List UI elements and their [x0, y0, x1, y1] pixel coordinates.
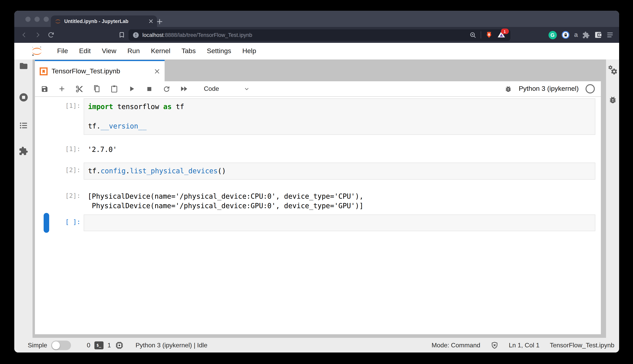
add-cell-icon[interactable]: [58, 85, 66, 93]
terminals-count[interactable]: 0: [87, 342, 90, 349]
kernel-status-icon[interactable]: [585, 84, 595, 94]
save-icon[interactable]: [40, 85, 48, 93]
cursor-position[interactable]: Ln 1, Col 1: [509, 342, 540, 349]
reload-icon[interactable]: [47, 30, 56, 39]
extension-manager-icon[interactable]: [14, 146, 32, 156]
url-host: localhost: [142, 32, 164, 38]
url-text[interactable]: localhost:8888/lab/tree/TensorFlow_Test.…: [142, 32, 252, 38]
notebook-tab-title: TensorFlow_Test.ipynb: [52, 67, 150, 75]
menu-item-settings[interactable]: Settings: [201, 47, 237, 55]
cell-editor[interactable]: [84, 214, 595, 231]
minimize-window-button[interactable]: [34, 17, 40, 22]
screen: Untitled.ipynb - JupyterLab localhost:88…: [0, 0, 633, 364]
chevron-down-icon: [244, 86, 250, 92]
grammarly-extension-icon[interactable]: G: [548, 31, 557, 39]
paste-cells-icon[interactable]: [110, 85, 118, 93]
brave-rewards-icon[interactable]: 1: [497, 30, 506, 39]
code-cell: [ ]:: [35, 214, 601, 231]
menubar-items: FileEditViewRunKernelTabsSettingsHelp: [52, 47, 262, 55]
bookmark-icon[interactable]: [118, 31, 125, 38]
browser-window: Untitled.ipynb - JupyterLab localhost:88…: [14, 11, 619, 352]
command-mode-indicator[interactable]: Mode: Command: [432, 342, 480, 349]
code-cell: [2]:tf.config.list_physical_devices(): [35, 162, 601, 180]
cell-prompt: [1]:: [35, 98, 80, 134]
code-cell: [1]:import tensorflow as tftf.__version_…: [35, 98, 601, 134]
address-bar[interactable]: localhost:8888/lab/tree/TensorFlow_Test.…: [128, 29, 510, 41]
output-area: [2]:[PhysicalDevice(name='/physical_devi…: [35, 188, 601, 211]
simple-mode-toggle[interactable]: [51, 340, 71, 350]
kernel-chip-icon[interactable]: [115, 341, 124, 350]
address-bar-divider: [480, 31, 481, 38]
statusbar: Simple 0 $_ 1 Python 3 (ipykernel) | Idl…: [14, 338, 619, 352]
dock-panel: TensorFlow_Test.ipynb: [35, 60, 601, 334]
debugger-sidebar-icon[interactable]: [606, 96, 619, 104]
menu-item-run[interactable]: Run: [122, 47, 145, 55]
new-tab-button[interactable]: [154, 16, 165, 27]
close-window-button[interactable]: [26, 17, 30, 22]
restart-run-all-icon[interactable]: [180, 85, 188, 93]
notebook-tab[interactable]: TensorFlow_Test.ipynb: [35, 60, 164, 81]
terminal-icon[interactable]: $_: [94, 341, 104, 349]
selected-cell-handle[interactable]: [44, 213, 49, 233]
running-kernels-icon[interactable]: [14, 92, 32, 102]
forward-icon[interactable]: [33, 30, 42, 39]
trust-shield-icon[interactable]: [490, 341, 498, 349]
debugger-icon[interactable]: [504, 85, 512, 93]
toggle-knob: [52, 341, 60, 349]
zoom-window-button[interactable]: [44, 17, 49, 22]
menu-item-view[interactable]: View: [96, 47, 122, 55]
browser-tab[interactable]: Untitled.ipynb - JupyterLab: [51, 16, 157, 27]
file-browser-icon[interactable]: [14, 62, 32, 70]
site-info-icon[interactable]: [132, 32, 139, 38]
cell-editor[interactable]: import tensorflow as tftf.__version__: [84, 98, 595, 134]
menu-item-help[interactable]: Help: [237, 47, 262, 55]
menu-item-tabs[interactable]: Tabs: [176, 47, 201, 55]
kernel-status-text[interactable]: Python 3 (ipykernel) | Idle: [136, 342, 207, 349]
output-text: [PhysicalDevice(name='/physical_device:C…: [84, 188, 595, 211]
browser-menu-icon[interactable]: [606, 32, 614, 38]
browser-tabstrip: Untitled.ipynb - JupyterLab: [14, 11, 619, 27]
cell-prompt: [1]:: [35, 141, 80, 154]
notebook-tabrow: TensorFlow_Test.ipynb: [35, 60, 601, 81]
restart-kernel-icon[interactable]: [162, 85, 170, 93]
cell-type-value: Code: [204, 85, 219, 92]
kernel-name[interactable]: Python 3 (ipykernel): [519, 85, 579, 93]
cell-prompt: [ ]:: [35, 214, 80, 231]
back-icon[interactable]: [20, 30, 28, 39]
table-of-contents-icon[interactable]: [14, 121, 32, 130]
window-controls: [26, 17, 49, 22]
rewards-badge: 1: [501, 28, 509, 34]
notebook-tab-close-icon[interactable]: [154, 68, 160, 74]
left-sidebar: [14, 60, 32, 338]
notebook-file-icon: [40, 67, 48, 75]
browser-tab-title: Untitled.ipynb - JupyterLab: [64, 18, 146, 24]
url-path: :8888/lab/tree/TensorFlow_Test.ipynb: [164, 32, 252, 38]
wallet-icon[interactable]: [594, 31, 602, 39]
notebook-panel: Code Python 3 (ipykernel) [1]:import ten…: [35, 81, 601, 334]
interrupt-kernel-icon[interactable]: [145, 85, 153, 93]
simple-mode-label: Simple: [28, 342, 47, 349]
brave-shields-icon[interactable]: [485, 30, 493, 39]
cell-prompt: [2]:: [35, 188, 80, 211]
menu-item-kernel[interactable]: Kernel: [145, 47, 176, 55]
autofill-extension-icon[interactable]: a: [574, 31, 578, 39]
cell-editor[interactable]: tf.config.list_physical_devices(): [84, 162, 595, 180]
right-sidebar: [606, 60, 619, 338]
jupyter-favicon: [55, 18, 61, 24]
privacy-lock-extension-icon[interactable]: [561, 30, 570, 39]
property-inspector-icon[interactable]: [606, 65, 619, 75]
jupyter-logo: [31, 45, 43, 57]
cut-cells-icon[interactable]: [75, 85, 83, 93]
zoom-page-icon[interactable]: [469, 31, 476, 39]
statusbar-filename: TensorFlow_Test.ipynb: [550, 342, 614, 349]
jupyterlab-menubar: FileEditViewRunKernelTabsSettingsHelp: [14, 43, 619, 60]
extensions-puzzle-icon[interactable]: [582, 31, 590, 39]
output-text: '2.7.0': [84, 141, 595, 154]
menu-item-file[interactable]: File: [52, 47, 74, 55]
tab-close-icon[interactable]: [149, 19, 153, 24]
run-cell-icon[interactable]: [128, 85, 136, 93]
cell-type-dropdown[interactable]: Code: [204, 85, 250, 92]
menu-item-edit[interactable]: Edit: [74, 47, 96, 55]
kernels-count[interactable]: 1: [108, 342, 111, 349]
copy-cells-icon[interactable]: [93, 85, 101, 93]
